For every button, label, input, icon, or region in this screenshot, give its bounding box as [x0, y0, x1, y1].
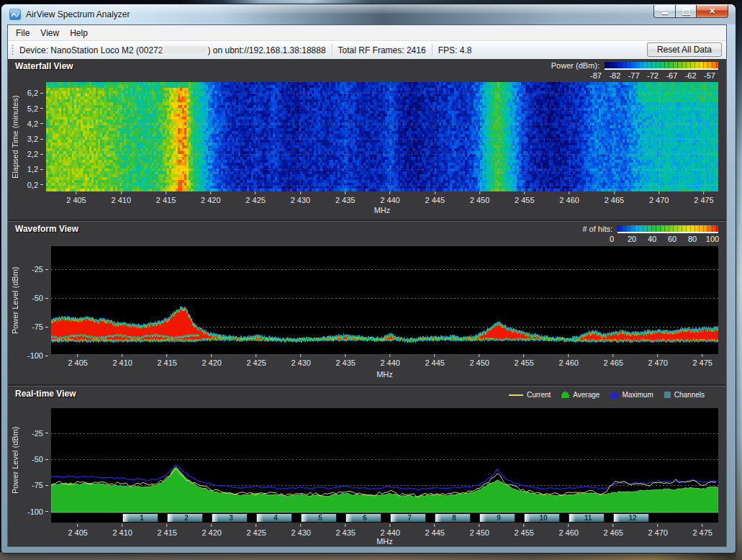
x-tick: 2 460 [558, 524, 579, 537]
x-tick: 2 420 [202, 354, 222, 367]
realtime-legend: Current Average Maximum Channels [498, 391, 705, 399]
x-tick: 2 405 [66, 191, 86, 204]
y-tick: 0,2 [27, 181, 43, 189]
x-tick: 2 425 [246, 354, 266, 367]
x-tick: 2 415 [157, 354, 177, 367]
device-label-prefix: Device: NanoStation Loco M2 (00272 [19, 45, 163, 55]
power-legend: Power (dBm): -87-82-77-72-67-62-57 [551, 61, 718, 80]
waveform-title: Waveform View [15, 224, 78, 234]
legend-tick: -67 [666, 71, 677, 80]
x-tick: 2 425 [246, 524, 266, 537]
desktop-background-right [736, 0, 742, 560]
close-icon: ✕ [709, 6, 715, 16]
realtime-title: Real-time View [15, 389, 76, 399]
x-tick: 2 440 [380, 354, 400, 367]
x-tick: 2 455 [514, 524, 534, 537]
legend-tick: -57 [704, 71, 715, 80]
channels-bar [51, 513, 718, 523]
menu-file[interactable]: File [11, 27, 35, 40]
hits-legend-label: # of hits: [582, 225, 612, 233]
toolbar-separator [432, 44, 433, 56]
y-tick: -100 [27, 507, 48, 516]
x-tick: 2 435 [335, 524, 356, 537]
caption-buttons: ✕ [653, 5, 728, 18]
legend-maximum: Maximum [610, 391, 653, 399]
x-tick: 2 435 [335, 191, 356, 204]
app-icon [9, 9, 21, 20]
maximize-button[interactable] [676, 5, 697, 18]
fps-label: FPS: 4.8 [438, 45, 472, 55]
y-tick: 6,2 [27, 89, 43, 97]
maximum-area-swatch [610, 392, 618, 398]
channels-swatch [664, 392, 671, 398]
x-tick: 2 450 [470, 191, 490, 204]
x-tick: 2 460 [558, 354, 579, 367]
x-tick: 2 405 [68, 354, 88, 367]
legend-tick: -72 [647, 71, 659, 80]
realtime-y-ticks: -25-50-75-100 [8, 408, 48, 523]
x-tick: 2 445 [425, 354, 445, 367]
y-tick: 2,2 [27, 150, 43, 158]
toolbar-separator [332, 44, 332, 56]
x-tick: 2 450 [469, 524, 489, 537]
x-tick: 2 410 [112, 524, 132, 537]
legend-tick: -87 [590, 71, 602, 80]
x-tick: 2 435 [335, 354, 356, 367]
title-bar[interactable]: AirView Spectrum Analyzer ✕ [1, 4, 736, 24]
hits-gradient-bar [617, 225, 718, 233]
x-tick: 2 440 [380, 524, 400, 537]
y-tick: -75 [32, 322, 48, 331]
waterfall-panel: Waterfall View Power (dBm): -87-82-77-72… [8, 59, 726, 221]
waveform-x-axis-label: MHz [51, 370, 718, 379]
screen: AirView Spectrum Analyzer ✕ File View He… [0, 0, 742, 560]
window-title: AirView Spectrum Analyzer [26, 9, 130, 19]
content-area: Waterfall View Power (dBm): -87-82-77-72… [8, 59, 726, 546]
legend-tick: -77 [628, 71, 640, 80]
x-tick: 2 460 [559, 191, 579, 204]
x-tick: 2 430 [291, 191, 311, 204]
waterfall-x-axis-label: MHz [46, 206, 718, 214]
x-tick: 2 405 [68, 524, 88, 537]
x-tick: 2 455 [514, 354, 534, 367]
x-tick: 2 440 [380, 191, 400, 204]
x-tick: 2 470 [648, 524, 668, 537]
x-tick: 2 465 [603, 524, 623, 537]
legend-channels: Channels [664, 391, 705, 399]
waveform-plot [51, 246, 718, 354]
power-legend-ticks: -87-82-77-72-67-62-57 [596, 71, 710, 80]
x-tick: 2 425 [245, 191, 266, 204]
x-tick: 2 430 [291, 354, 311, 367]
legend-tick: 0 [610, 235, 614, 243]
menu-bar: File View Help [8, 25, 726, 41]
y-tick: -25 [32, 265, 48, 274]
x-tick: 2 415 [156, 191, 176, 204]
x-tick: 2 420 [201, 191, 221, 204]
desktop-background-bottom [0, 552, 742, 560]
x-tick: 2 475 [692, 524, 712, 537]
waterfall-plot [46, 82, 718, 191]
legend-tick: 20 [628, 235, 636, 243]
x-tick: 2 475 [694, 191, 714, 204]
x-tick: 2 470 [648, 354, 668, 367]
reset-all-data-button[interactable]: Reset All Data [647, 42, 722, 57]
minimize-button[interactable] [653, 5, 676, 18]
legend-current: Current [509, 391, 551, 399]
x-tick: 2 475 [692, 354, 712, 367]
y-tick: 3,2 [27, 135, 43, 143]
power-legend-label: Power (dBm): [551, 61, 600, 70]
waveform-panel: Waveform View # of hits: 020406080100 Po… [8, 221, 726, 387]
waterfall-title: Waterfall View [15, 61, 73, 71]
menu-help[interactable]: Help [65, 27, 93, 40]
y-tick: -50 [32, 455, 48, 464]
y-tick: 5,2 [27, 104, 43, 113]
app-window: AirView Spectrum Analyzer ✕ File View He… [1, 4, 736, 553]
y-tick: 1,2 [27, 165, 43, 173]
hits-legend-ticks: 020406080100 [612, 234, 712, 243]
close-button[interactable]: ✕ [697, 5, 728, 18]
menu-view[interactable]: View [35, 27, 64, 40]
realtime-panel: Real-time View Current Average Maximu [8, 386, 726, 547]
x-tick: 2 450 [469, 354, 489, 367]
legend-tick: 80 [688, 235, 697, 243]
realtime-plot [51, 408, 718, 512]
toolbar-grip[interactable] [12, 44, 14, 56]
